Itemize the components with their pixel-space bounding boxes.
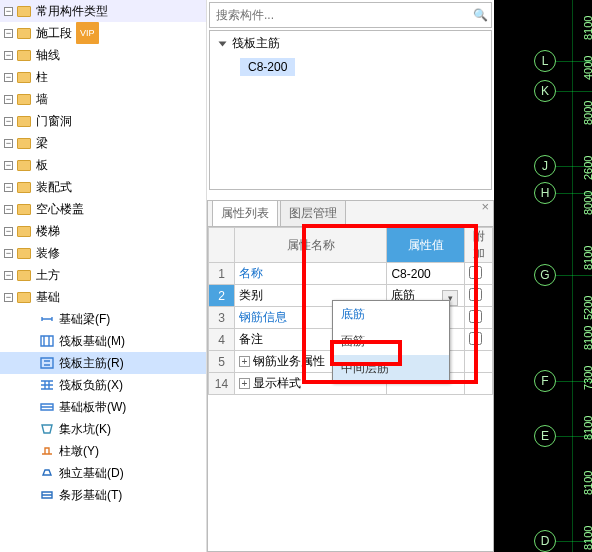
tree-folder[interactable]: −装修 [0, 242, 206, 264]
attach-checkbox[interactable] [469, 310, 482, 323]
collapse-icon[interactable]: − [4, 7, 13, 16]
tree-folder[interactable]: −墙 [0, 88, 206, 110]
property-attach[interactable] [465, 373, 493, 395]
dropdown-option[interactable]: 面筋 [333, 328, 449, 355]
cad-canvas[interactable]: LKJHGFED81004000800026008000810052008100… [494, 0, 592, 552]
tree-sub-item[interactable]: 筏板负筋(X) [0, 374, 206, 396]
folder-icon [17, 94, 31, 105]
tree-folder[interactable]: −施工段VIP [0, 22, 206, 44]
tree-folder[interactable]: −楼梯 [0, 220, 206, 242]
tree-folder[interactable]: −空心楼盖 [0, 198, 206, 220]
tree-folder[interactable]: −柱 [0, 66, 206, 88]
axis-bubble[interactable]: F [534, 370, 556, 392]
component-type-icon [40, 422, 54, 436]
tree-sub-label: 条形基础(T) [59, 484, 122, 506]
property-tabs: 属性列表 图层管理 [208, 201, 493, 227]
tree-folder[interactable]: −轴线 [0, 44, 206, 66]
component-item[interactable]: C8-200 [240, 58, 295, 76]
attach-checkbox[interactable] [469, 288, 482, 301]
dropdown-option[interactable]: 中间层筋 [333, 355, 449, 382]
tree-folder[interactable]: −基础 [0, 286, 206, 308]
tree-folder[interactable]: −梁 [0, 132, 206, 154]
tree-sub-item[interactable]: 集水坑(K) [0, 418, 206, 440]
tree-folder-label: 空心楼盖 [36, 198, 84, 220]
property-attach[interactable] [465, 263, 493, 285]
collapse-icon[interactable]: − [4, 51, 13, 60]
collapse-icon[interactable]: − [4, 293, 13, 302]
col-value: 属性值 [387, 228, 465, 263]
collapse-icon[interactable]: − [4, 161, 13, 170]
component-search[interactable]: 🔍 [209, 2, 492, 28]
tree-sub-item[interactable]: 独立基础(D) [0, 462, 206, 484]
tree-folder-label: 基础 [36, 286, 60, 308]
dimension-label: 8100 [582, 246, 592, 270]
tree-folder[interactable]: −土方 [0, 264, 206, 286]
property-row[interactable]: 1名称C8-200 [209, 263, 493, 285]
property-attach[interactable] [465, 329, 493, 351]
tree-sub-item[interactable]: 基础板带(W) [0, 396, 206, 418]
property-attach[interactable] [465, 307, 493, 329]
tree-folder[interactable]: −装配式 [0, 176, 206, 198]
row-number: 1 [209, 263, 235, 285]
category-dropdown[interactable]: 底筋面筋中间层筋 [332, 300, 450, 383]
tree-sub-label: 筏板基础(M) [59, 330, 125, 352]
expand-icon[interactable]: + [239, 378, 250, 389]
tab-layer-manage[interactable]: 图层管理 [280, 200, 346, 226]
property-value[interactable]: C8-200 [387, 263, 465, 285]
middle-panel: 🔍 筏板主筋 C8-200 × 属性列表 图层管理 属性名称 属性值 附加 [207, 0, 494, 552]
tree-folder[interactable]: −板 [0, 154, 206, 176]
component-type-icon [40, 466, 54, 480]
axis-bubble[interactable]: E [534, 425, 556, 447]
collapse-icon[interactable]: − [4, 271, 13, 280]
collapse-icon[interactable]: − [4, 183, 13, 192]
axis-bubble[interactable]: L [534, 50, 556, 72]
folder-icon [17, 226, 31, 237]
folder-icon [17, 292, 31, 303]
axis-bubble[interactable]: J [534, 155, 556, 177]
collapse-icon[interactable]: − [4, 29, 13, 38]
attach-checkbox[interactable] [469, 332, 482, 345]
axis-bubble[interactable]: K [534, 80, 556, 102]
axis-bubble[interactable]: G [534, 264, 556, 286]
component-type-icon [40, 400, 54, 414]
expand-icon[interactable]: + [239, 356, 250, 367]
expand-icon[interactable] [219, 41, 227, 46]
tree-sub-item[interactable]: 筏板基础(M) [0, 330, 206, 352]
collapse-icon[interactable]: − [4, 117, 13, 126]
tree-sub-label: 基础板带(W) [59, 396, 126, 418]
collapse-icon[interactable]: − [4, 205, 13, 214]
component-type-icon [40, 356, 54, 370]
property-attach[interactable] [465, 285, 493, 307]
dropdown-option[interactable]: 底筋 [333, 301, 449, 328]
collapse-icon[interactable]: − [4, 139, 13, 148]
collapse-icon[interactable]: − [4, 73, 13, 82]
tree-sub-item[interactable]: 柱墩(Y) [0, 440, 206, 462]
attach-checkbox[interactable] [469, 266, 482, 279]
tree-folder-label: 墙 [36, 88, 48, 110]
folder-icon [17, 72, 31, 83]
tree-folder[interactable]: −常用构件类型 [0, 0, 206, 22]
dimension-label: 8100 [582, 326, 592, 350]
search-icon[interactable]: 🔍 [469, 8, 491, 22]
property-name: 名称 [235, 263, 387, 285]
dimension-label: 8000 [582, 101, 592, 125]
search-input[interactable] [210, 8, 469, 22]
collapse-icon[interactable]: − [4, 249, 13, 258]
folder-icon [17, 182, 31, 193]
tree-sub-item[interactable]: 基础梁(F) [0, 308, 206, 330]
tree-sub-item[interactable]: 条形基础(T) [0, 484, 206, 506]
folder-icon [17, 204, 31, 215]
collapse-icon[interactable]: − [4, 95, 13, 104]
property-attach[interactable] [465, 351, 493, 373]
component-tree: 筏板主筋 C8-200 [209, 30, 492, 190]
axis-bubble[interactable]: H [534, 182, 556, 204]
close-icon[interactable]: × [481, 199, 489, 214]
tree-folder-label: 轴线 [36, 44, 60, 66]
tab-property-list[interactable]: 属性列表 [212, 200, 278, 226]
tree-folder[interactable]: −门窗洞 [0, 110, 206, 132]
folder-icon [17, 138, 31, 149]
component-root[interactable]: 筏板主筋 [210, 31, 491, 54]
axis-bubble[interactable]: D [534, 530, 556, 552]
tree-sub-item[interactable]: 筏板主筋(R) [0, 352, 206, 374]
collapse-icon[interactable]: − [4, 227, 13, 236]
